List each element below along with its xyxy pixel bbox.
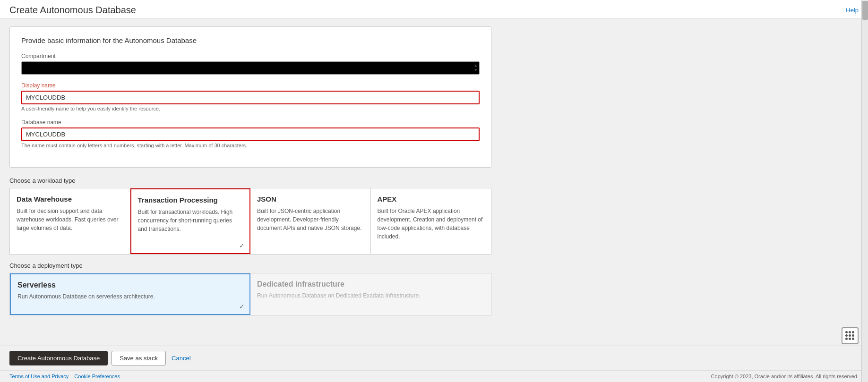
workload-check-tp: ✓ xyxy=(239,242,245,249)
deployment-card-dedicated: Dedicated infrastructure Run Autonomous … xyxy=(250,273,491,315)
workload-desc-json: Built for JSON-centric application devel… xyxy=(257,207,364,232)
dot-6 xyxy=(852,334,854,337)
card-title: Provide basic information for the Autono… xyxy=(21,36,480,44)
database-name-input[interactable]: MYCLOUDDB xyxy=(21,127,480,141)
page-title: Create Autonomous Database xyxy=(9,5,136,16)
display-name-input[interactable]: MYCLOUDDB xyxy=(21,91,480,104)
workload-card-data-warehouse[interactable]: Data Warehouse Built for decision suppor… xyxy=(10,188,130,254)
deployment-check-serverless: ✓ xyxy=(239,303,245,310)
help-widget-dots xyxy=(845,331,855,340)
scrollbar-thumb[interactable] xyxy=(862,1,868,20)
deployment-desc-dedicated: Run Autonomous Database on Dedicated Exa… xyxy=(257,291,484,300)
cookie-link[interactable]: Cookie Preferences xyxy=(74,374,120,379)
deployment-card-serverless[interactable]: Serverless Run Autonomous Database on se… xyxy=(10,273,250,315)
compartment-label: Compartment xyxy=(21,53,480,59)
database-name-hint: The name must contain only letters and n… xyxy=(21,143,480,148)
help-link[interactable]: Help xyxy=(846,7,859,14)
workload-desc-tp: Built for transactional workloads. High … xyxy=(138,208,243,233)
workload-card-apex[interactable]: APEX Built for Oracle APEX application d… xyxy=(371,188,491,254)
workload-title-tp: Transaction Processing xyxy=(138,196,243,204)
display-name-label: Display name xyxy=(21,82,480,89)
help-widget[interactable] xyxy=(842,327,859,344)
scrollbar[interactable] xyxy=(861,0,868,382)
dot-4 xyxy=(845,334,848,337)
dot-8 xyxy=(849,338,851,340)
database-name-group: Database name MYCLOUDDB The name must co… xyxy=(21,119,480,148)
deployment-title-dedicated: Dedicated infrastructure xyxy=(257,280,484,289)
compartment-input[interactable] xyxy=(21,61,480,75)
display-name-group: Display name MYCLOUDDB A user-friendly n… xyxy=(21,82,480,111)
compartment-spinner[interactable]: ▲ ▼ xyxy=(474,63,478,73)
compartment-wrapper: ▲ ▼ xyxy=(21,61,480,75)
terms-link[interactable]: Terms of Use and Privacy xyxy=(9,374,69,379)
dot-5 xyxy=(849,334,851,337)
display-name-hint: A user-friendly name to help you easily … xyxy=(21,106,480,111)
deployment-title-serverless: Serverless xyxy=(17,281,243,289)
workload-title-dw: Data Warehouse xyxy=(17,195,123,203)
workload-title-apex: APEX xyxy=(378,195,485,203)
workload-section-label: Choose a workload type xyxy=(9,177,491,184)
footer: Terms of Use and Privacy Cookie Preferen… xyxy=(0,370,868,382)
deployment-section: Choose a deployment type Serverless Run … xyxy=(9,262,491,315)
compartment-group: Compartment ▲ ▼ xyxy=(21,53,480,75)
workload-section: Choose a workload type Data Warehouse Bu… xyxy=(9,177,491,255)
create-button[interactable]: Create Autonomous Database xyxy=(9,351,108,365)
workload-desc-apex: Built for Oracle APEX application develo… xyxy=(378,207,485,241)
workload-desc-dw: Built for decision support and data ware… xyxy=(17,207,123,232)
dot-1 xyxy=(845,331,848,333)
workload-title-json: JSON xyxy=(257,195,364,203)
footer-links: Terms of Use and Privacy Cookie Preferen… xyxy=(9,374,120,379)
dot-3 xyxy=(852,331,854,333)
save-stack-button[interactable]: Save as stack xyxy=(112,351,166,365)
dot-2 xyxy=(849,331,851,333)
dot-7 xyxy=(845,338,848,340)
deployment-grid: Serverless Run Autonomous Database on se… xyxy=(9,273,491,315)
deployment-section-label: Choose a deployment type xyxy=(9,262,491,269)
workload-card-transaction[interactable]: Transaction Processing Built for transac… xyxy=(130,188,251,254)
footer-copyright: Copyright © 2023, Oracle and/or its affi… xyxy=(711,374,859,379)
bottom-bar: Create Autonomous Database Save as stack… xyxy=(0,346,868,370)
database-name-label: Database name xyxy=(21,119,480,126)
form-card: Provide basic information for the Autono… xyxy=(9,26,491,168)
deployment-desc-serverless: Run Autonomous Database on serverless ar… xyxy=(17,292,243,301)
workload-grid: Data Warehouse Built for decision suppor… xyxy=(9,188,491,255)
workload-card-json[interactable]: JSON Built for JSON-centric application … xyxy=(250,188,371,254)
cancel-link[interactable]: Cancel xyxy=(170,351,192,365)
main-content: Provide basic information for the Autono… xyxy=(0,19,868,346)
dot-9 xyxy=(852,338,854,340)
